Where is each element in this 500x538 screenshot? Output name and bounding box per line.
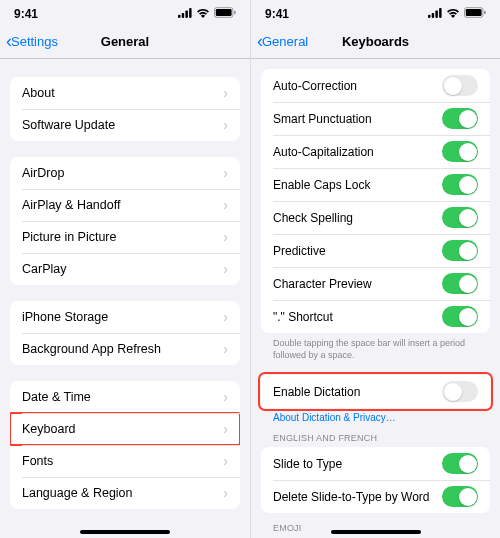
home-indicator[interactable] [331,530,421,534]
row-delete-slide-word[interactable]: Delete Slide-to-Type by Word [261,480,490,513]
toggle-auto-capitalization[interactable] [442,141,478,162]
row-slide-to-type[interactable]: Slide to Type [261,447,490,480]
general-content[interactable]: About › Software Update › AirDrop › AirP… [0,59,250,538]
chevron-right-icon: › [223,310,228,324]
svg-rect-8 [432,13,434,18]
toggle-period-shortcut[interactable] [442,306,478,327]
row-enable-dictation[interactable]: Enable Dictation [261,375,490,408]
chevron-right-icon: › [223,118,228,132]
row-label: Predictive [273,244,326,258]
row-carplay[interactable]: CarPlay › [10,253,240,285]
svg-rect-9 [435,11,437,18]
chevron-right-icon: › [223,486,228,500]
row-label: About [22,86,55,100]
toggle-slide-to-type[interactable] [442,453,478,474]
row-language-region[interactable]: Language & Region › [10,477,240,509]
row-label: Auto-Capitalization [273,145,374,159]
row-date-time[interactable]: Date & Time › [10,381,240,413]
toggle-check-spelling[interactable] [442,207,478,228]
row-fonts[interactable]: Fonts › [10,445,240,477]
row-auto-capitalization[interactable]: Auto-Capitalization [261,135,490,168]
group-typing-options: Auto-Correction Smart Punctuation Auto-C… [261,69,490,333]
toggle-delete-slide-word[interactable] [442,486,478,507]
row-check-spelling[interactable]: Check Spelling [261,201,490,234]
row-software-update[interactable]: Software Update › [10,109,240,141]
group-airdrop: AirDrop › AirPlay & Handoff › Picture in… [10,157,240,285]
toggle-auto-correction[interactable] [442,75,478,96]
chevron-right-icon: › [223,230,228,244]
link-dictation-privacy[interactable]: About Dictation & Privacy… [251,408,500,423]
wifi-icon [446,7,460,21]
svg-rect-12 [466,9,482,16]
row-predictive[interactable]: Predictive [261,234,490,267]
nav-title: Keyboards [342,34,409,49]
row-smart-punctuation[interactable]: Smart Punctuation [261,102,490,135]
row-airdrop[interactable]: AirDrop › [10,157,240,189]
phone-general: 9:41 ‹ Settings General About › [0,0,250,538]
nav-bar-general: ‹ Settings General [0,24,250,58]
svg-rect-10 [439,8,441,18]
row-label: CarPlay [22,262,66,276]
row-label: Background App Refresh [22,342,161,356]
row-auto-correction[interactable]: Auto-Correction [261,69,490,102]
svg-rect-1 [182,13,184,18]
chevron-right-icon: › [223,86,228,100]
row-label: Slide to Type [273,457,342,471]
status-time: 9:41 [265,7,289,21]
row-keyboard[interactable]: Keyboard › [10,413,240,445]
row-label: Enable Caps Lock [273,178,370,192]
row-about[interactable]: About › [10,77,240,109]
back-label: Settings [11,34,58,49]
back-button[interactable]: ‹ Settings [6,32,58,50]
back-label: General [262,34,308,49]
toggle-enable-dictation[interactable] [442,381,478,402]
chevron-right-icon: › [223,262,228,276]
toggle-caps-lock[interactable] [442,174,478,195]
status-right [178,7,236,21]
row-character-preview[interactable]: Character Preview [261,267,490,300]
row-label: Character Preview [273,277,372,291]
row-pip[interactable]: Picture in Picture › [10,221,240,253]
row-label: Delete Slide-to-Type by Word [273,490,430,504]
group-about: About › Software Update › [10,77,240,141]
svg-rect-7 [428,15,430,18]
battery-icon [464,7,486,21]
row-label: Smart Punctuation [273,112,372,126]
row-background-refresh[interactable]: Background App Refresh › [10,333,240,365]
row-storage[interactable]: iPhone Storage › [10,301,240,333]
svg-rect-2 [185,11,187,18]
row-period-shortcut[interactable]: "." Shortcut [261,300,490,333]
row-label: Auto-Correction [273,79,357,93]
chevron-right-icon: › [223,422,228,436]
row-label: Picture in Picture [22,230,116,244]
row-airplay[interactable]: AirPlay & Handoff › [10,189,240,221]
row-label: AirPlay & Handoff [22,198,120,212]
home-indicator[interactable] [80,530,170,534]
toggle-character-preview[interactable] [442,273,478,294]
keyboards-content[interactable]: Auto-Correction Smart Punctuation Auto-C… [251,59,500,538]
signal-icon [178,7,192,21]
nav-bar-keyboards: ‹ General Keyboards [251,24,500,58]
status-time: 9:41 [14,7,38,21]
status-bar: 9:41 [251,4,500,24]
nav-title: General [101,34,149,49]
note-period-shortcut: Double tapping the space bar will insert… [251,333,500,361]
svg-rect-13 [484,11,485,15]
battery-icon [214,7,236,21]
signal-icon [428,7,442,21]
toggle-smart-punctuation[interactable] [442,108,478,129]
row-caps-lock[interactable]: Enable Caps Lock [261,168,490,201]
row-label: "." Shortcut [273,310,333,324]
phone-keyboards: 9:41 ‹ General Keyboards Auto-Correction [250,0,500,538]
status-right [428,7,486,21]
chevron-right-icon: › [223,166,228,180]
toggle-predictive[interactable] [442,240,478,261]
chevron-right-icon: › [223,198,228,212]
row-label: Enable Dictation [273,385,360,399]
group-storage: iPhone Storage › Background App Refresh … [10,301,240,365]
svg-rect-3 [189,8,191,18]
back-button[interactable]: ‹ General [257,32,308,50]
group-date: Date & Time › Keyboard › Fonts › Languag… [10,381,240,509]
chevron-right-icon: › [223,342,228,356]
status-bar: 9:41 [0,4,250,24]
